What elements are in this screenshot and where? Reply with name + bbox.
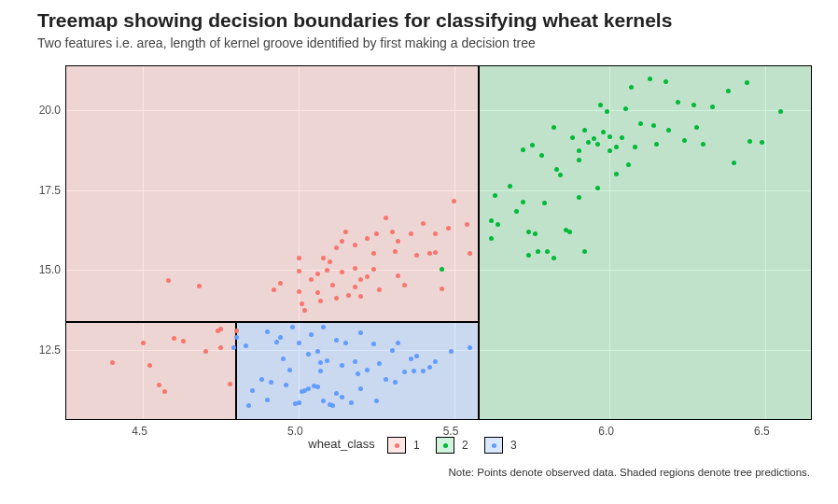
data-point	[526, 230, 531, 234]
legend-item-1: 1	[387, 437, 426, 454]
data-point	[552, 125, 556, 130]
data-point	[449, 349, 454, 354]
data-point	[315, 290, 320, 295]
data-point	[377, 287, 382, 292]
data-point	[371, 267, 376, 272]
data-point	[272, 287, 276, 292]
x-tick-label: 6.5	[754, 425, 770, 438]
data-point	[371, 342, 376, 346]
data-point	[315, 385, 320, 389]
data-point	[440, 267, 444, 272]
data-point	[608, 134, 612, 139]
data-point	[265, 329, 270, 334]
data-point	[356, 371, 360, 376]
data-point	[521, 200, 525, 204]
data-point	[309, 277, 314, 282]
x-tick-label: 5.5	[443, 425, 459, 438]
legend-item-2: 2	[436, 437, 475, 454]
data-point	[377, 361, 382, 366]
data-point	[526, 253, 531, 258]
data-point	[396, 239, 400, 244]
data-point	[325, 358, 329, 363]
data-point	[297, 269, 301, 273]
data-point	[402, 283, 407, 287]
data-point	[732, 161, 736, 165]
data-point	[321, 325, 326, 329]
data-point	[300, 301, 304, 306]
plot-area	[65, 65, 812, 420]
legend-swatch-2	[436, 437, 454, 454]
data-point	[614, 145, 619, 149]
data-point	[297, 289, 301, 294]
data-point	[567, 230, 572, 234]
data-point	[328, 259, 332, 264]
data-point	[321, 256, 326, 260]
data-point	[340, 395, 344, 399]
decision-region-class-2	[479, 65, 812, 420]
data-point	[691, 103, 696, 107]
legend: wheat_class 1 2 3	[0, 437, 838, 454]
data-point	[654, 142, 659, 147]
data-point	[552, 256, 556, 260]
data-point	[626, 162, 631, 167]
chart-caption: Note: Points denote observed data. Shade…	[449, 467, 810, 478]
data-point	[489, 236, 494, 241]
data-point	[521, 147, 525, 152]
data-point	[614, 172, 619, 176]
data-point	[343, 230, 348, 234]
data-point	[334, 338, 339, 343]
data-point	[582, 128, 587, 133]
data-point	[244, 343, 248, 348]
data-point	[284, 383, 288, 387]
data-point	[353, 359, 357, 364]
data-point	[321, 399, 326, 403]
data-point	[334, 296, 339, 301]
data-point	[726, 89, 731, 93]
data-point	[412, 369, 416, 373]
data-point	[390, 348, 395, 353]
data-point	[558, 173, 563, 177]
data-point	[577, 158, 581, 162]
data-point	[269, 380, 273, 385]
data-point	[446, 226, 451, 231]
data-point	[710, 105, 715, 109]
data-point	[297, 400, 301, 405]
data-point	[231, 345, 236, 350]
data-point	[468, 345, 472, 350]
data-point	[287, 368, 292, 372]
data-point	[414, 253, 419, 258]
data-point	[110, 360, 115, 365]
data-point	[203, 349, 208, 354]
data-point	[162, 389, 167, 394]
data-point	[493, 193, 497, 198]
data-point	[390, 230, 395, 234]
data-point	[306, 352, 311, 357]
data-point	[315, 272, 320, 276]
data-point	[427, 365, 432, 370]
data-point	[325, 268, 329, 273]
data-point	[166, 278, 171, 283]
data-point	[433, 359, 438, 364]
data-point	[745, 80, 749, 85]
data-point	[259, 377, 264, 382]
data-point	[281, 357, 286, 361]
data-point	[598, 103, 603, 107]
data-point	[365, 236, 370, 241]
data-point	[234, 329, 239, 333]
data-point	[278, 281, 283, 286]
data-point	[539, 153, 544, 158]
y-tick-label: 12.5	[33, 343, 61, 357]
legend-item-3: 3	[484, 437, 524, 454]
data-point	[353, 266, 357, 271]
data-point	[396, 341, 400, 345]
legend-swatch-1	[387, 437, 406, 454]
data-point	[346, 293, 351, 298]
data-point	[297, 341, 301, 345]
decision-region-class-1	[65, 65, 479, 322]
x-tick-label: 5.0	[287, 425, 303, 438]
data-point	[315, 349, 320, 354]
data-point	[384, 216, 388, 220]
y-tick-label: 17.5	[33, 184, 61, 197]
data-point	[181, 339, 186, 343]
data-point	[570, 135, 575, 140]
